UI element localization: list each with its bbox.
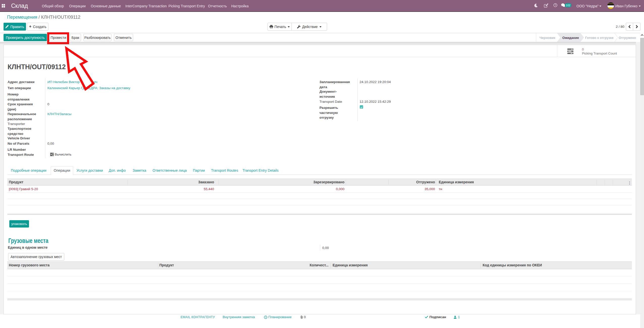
svg-text:Готово к отгрузке: Готово к отгрузке — [585, 36, 613, 40]
svg-text:Черновик: Черновик — [540, 36, 555, 40]
svg-text:Отгружено: Отгружено — [619, 36, 636, 40]
svg-text:Ожидание: Ожидание — [562, 36, 579, 40]
